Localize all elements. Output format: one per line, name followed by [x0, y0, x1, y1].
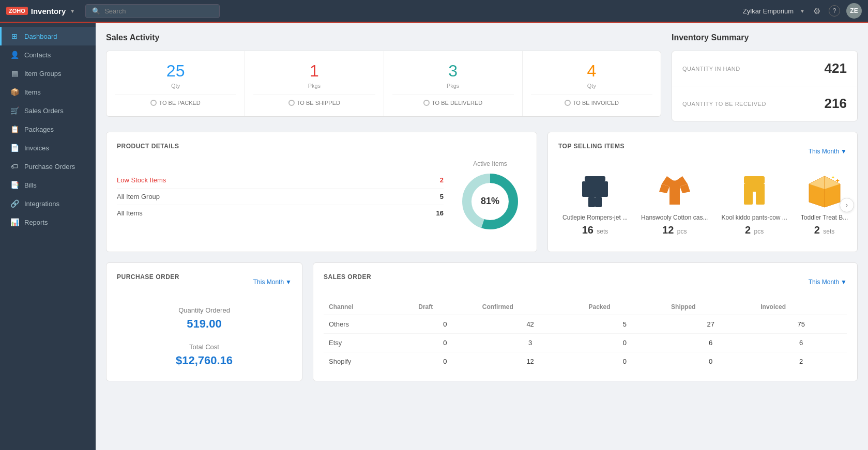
activity-card-invoiced[interactable]: 4 Qty TO BE INVOICED [523, 51, 661, 116]
sidebar-icon-integrations: 🔗 [10, 199, 19, 208]
top-item-2-img [657, 174, 693, 210]
search-bar[interactable]: 🔍 [85, 4, 220, 18]
low-stock-value: 2 [440, 176, 444, 184]
item-group-value: 5 [440, 193, 444, 200]
po-qty-label: Quantity Ordered [178, 306, 230, 314]
sidebar-item-item-groups[interactable]: ▤ Item Groups [0, 64, 96, 83]
sidebar-label-item-groups: Item Groups [24, 70, 62, 77]
sidebar-item-dashboard[interactable]: ⊞ Dashboard [0, 27, 96, 45]
po-cost-label: Total Cost [176, 343, 233, 351]
shopify-confirmed: 12 [477, 352, 584, 371]
settings-icon[interactable]: ⚙ [811, 4, 823, 18]
svg-rect-6 [588, 197, 595, 207]
etsy-draft: 0 [413, 334, 477, 352]
avatar[interactable]: ZE [846, 3, 862, 19]
po-qty-value: 519.00 [178, 317, 230, 331]
sidebar-item-bills[interactable]: 📑 Bills [0, 176, 96, 194]
sidebar-label-contacts: Contacts [24, 51, 51, 59]
po-qty-stat: Quantity Ordered 519.00 [178, 306, 230, 331]
low-stock-row: Low Stock Items 2 [117, 172, 444, 189]
sidebar-icon-contacts: 👤 [10, 51, 19, 59]
help-icon[interactable]: ? [829, 5, 840, 17]
po-cost-stat: Total Cost $12,760.16 [176, 343, 233, 367]
shipped-label: Pkgs [253, 83, 375, 89]
top-item-2-name: Hanswooly Cotton cas... [641, 214, 708, 221]
top-item-1-count: 16 sets [562, 224, 628, 236]
main-layout: ⊞ Dashboard 👤 Contacts ▤ Item Groups 📦 I… [0, 23, 868, 450]
po-period[interactable]: This Month ▼ [253, 278, 292, 286]
content-area: Sales Activity 25 Qty TO BE PACKED 1 Pkg… [96, 23, 868, 450]
product-details-inner: Low Stock Items 2 All Item Group 5 All I… [117, 160, 526, 232]
col-confirmed: Confirmed [477, 299, 584, 315]
qty-to-receive-row: QUANTITY TO BE RECEIVED 216 [672, 86, 857, 121]
top-item-1[interactable]: Cutlepie Rompers-jet ... 16 sets [558, 168, 632, 241]
period-arrow: ▼ [841, 148, 847, 155]
low-stock-label[interactable]: Low Stock Items [117, 176, 166, 184]
top-item-3-img [736, 174, 772, 210]
etsy-confirmed: 3 [477, 334, 584, 352]
qty-in-hand-value: 421 [825, 60, 847, 76]
etsy-invoiced: 6 [755, 334, 847, 352]
svg-text:81%: 81% [481, 196, 499, 206]
purchase-order-stats: Quantity Ordered 519.00 Total Cost $12,7… [117, 306, 292, 367]
sidebar-item-items[interactable]: 📦 Items [0, 83, 96, 101]
sidebar-item-contacts[interactable]: 👤 Contacts [0, 45, 96, 64]
activity-card-shipped[interactable]: 1 Pkgs TO BE SHIPPED [245, 51, 384, 116]
purchase-order-title: PURCHASE ORDER [117, 273, 179, 281]
invoiced-footer: TO BE INVOICED [531, 94, 652, 106]
col-shipped: Shipped [666, 299, 755, 315]
sales-activity-title: Sales Activity [106, 33, 661, 42]
top-selling-period[interactable]: This Month ▼ [809, 148, 847, 155]
qty-in-hand-label: QUANTITY IN HAND [682, 66, 740, 72]
sidebar-item-reports[interactable]: 📊 Reports [0, 213, 96, 231]
next-arrow[interactable]: › [840, 198, 854, 212]
sidebar-label-sales-orders: Sales Orders [24, 107, 64, 115]
sales-order-table: Channel Draft Confirmed Packed Shipped I… [324, 299, 847, 370]
packed-dot [150, 100, 157, 106]
activity-card-delivered[interactable]: 3 Pkgs TO BE DELIVERED [384, 51, 523, 116]
svg-rect-8 [588, 181, 602, 197]
top-item-2[interactable]: Hanswooly Cotton cas... 12 pcs [637, 168, 712, 241]
item-group-label: All Item Group [117, 193, 160, 200]
top-item-1-name: Cutlepie Rompers-jet ... [562, 214, 628, 221]
activity-card-packed[interactable]: 25 Qty TO BE PACKED [106, 51, 245, 116]
shipped-dot [288, 100, 295, 106]
others-confirmed: 42 [477, 315, 584, 334]
sidebar-item-invoices[interactable]: 📄 Invoices [0, 138, 96, 157]
svg-rect-7 [595, 197, 602, 207]
top-item-4-img: ✦ ✦ [806, 174, 843, 210]
top-navigation: ZOHO Inventory ▼ 🔍 Zylkar Emporium ▼ ⚙ ?… [0, 0, 868, 23]
sidebar-item-integrations[interactable]: 🔗 Integrations [0, 194, 96, 213]
bottom-row: PURCHASE ORDER This Month ▼ Quantity Ord… [106, 262, 858, 381]
app-dropdown-arrow[interactable]: ▼ [70, 8, 75, 14]
others-packed: 5 [584, 315, 666, 334]
others-invoiced: 75 [755, 315, 847, 334]
sidebar: ⊞ Dashboard 👤 Contacts ▤ Item Groups 📦 I… [0, 23, 96, 450]
inventory-summary-title: Inventory Summary [672, 33, 858, 42]
sidebar-item-purchase-orders[interactable]: 🏷 Purchase Orders [0, 157, 96, 176]
top-item-3-count: 2 pcs [721, 224, 787, 236]
svg-rect-3 [585, 176, 605, 181]
so-period[interactable]: This Month ▼ [809, 278, 847, 286]
so-table-header: Channel Draft Confirmed Packed Shipped I… [324, 299, 847, 315]
etsy-packed: 0 [584, 334, 666, 352]
sidebar-label-bills: Bills [24, 181, 37, 189]
channel-others: Others [324, 315, 413, 334]
channel-shopify: Shopify [324, 352, 413, 371]
sidebar-label-purchase-orders: Purchase Orders [24, 163, 75, 170]
sidebar-item-packages[interactable]: 📋 Packages [0, 120, 96, 138]
col-invoiced: Invoiced [755, 299, 847, 315]
packed-label: Qty [115, 83, 236, 89]
inventory-summary-card: QUANTITY IN HAND 421 QUANTITY TO BE RECE… [672, 51, 858, 121]
top-item-3[interactable]: Kool kiddo pants-cow ... 2 pcs [717, 168, 791, 241]
sidebar-label-reports: Reports [24, 219, 48, 226]
delivered-dot [423, 100, 430, 106]
svg-text:✦: ✦ [835, 177, 840, 184]
product-details-title: PRODUCT DETAILS [117, 143, 526, 150]
search-input[interactable] [104, 7, 213, 15]
sidebar-item-sales-orders[interactable]: 🛒 Sales Orders [0, 101, 96, 120]
sales-order-card: SALES ORDER This Month ▼ Channel Draft C… [313, 262, 858, 381]
org-dropdown-arrow[interactable]: ▼ [800, 8, 805, 14]
etsy-shipped: 6 [666, 334, 755, 352]
shopify-shipped: 0 [666, 352, 755, 371]
